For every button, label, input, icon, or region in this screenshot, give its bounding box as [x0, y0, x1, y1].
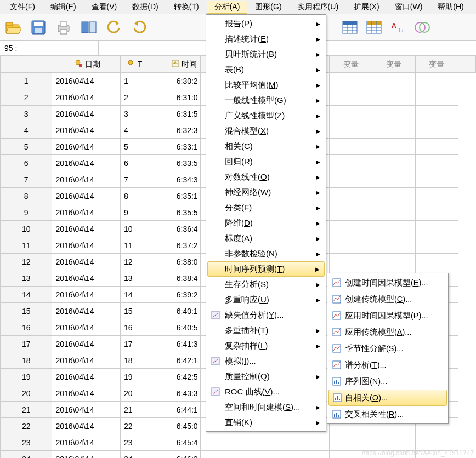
row-header[interactable]: 24: [1, 451, 52, 459]
menu-item[interactable]: 神经网络(W)▶: [207, 185, 325, 200]
cell-date[interactable]: 2016\04\14: [52, 73, 121, 89]
save-icon[interactable]: [30, 19, 47, 36]
submenu-item[interactable]: 季节性分解(S)...: [328, 340, 447, 357]
cell-date[interactable]: 2016\04\14: [52, 434, 121, 451]
menubar-item-h[interactable]: 帮助(H): [430, 1, 471, 14]
undo-icon[interactable]: [105, 19, 123, 36]
menubar-item-f[interactable]: 文件(F): [2, 1, 43, 14]
cell-time[interactable]: 6:44:1: [146, 402, 200, 418]
cell-empty[interactable]: [415, 155, 458, 171]
cell-date[interactable]: 2016\04\14: [52, 122, 121, 139]
cell-empty[interactable]: [329, 204, 372, 221]
menu-item[interactable]: 广义线性模型(Z)▶: [207, 108, 325, 123]
row-header[interactable]: 18: [1, 352, 52, 369]
cell-time[interactable]: 6:30:2: [146, 73, 200, 89]
menu-item[interactable]: 相关(C)▶: [207, 139, 325, 154]
cell-t[interactable]: 16: [120, 319, 146, 336]
menu-item[interactable]: 分类(F)▶: [207, 200, 325, 215]
menu-item[interactable]: 表(B)▶: [207, 62, 325, 77]
row-header[interactable]: 8: [1, 188, 52, 204]
cell-date[interactable]: 2016\04\14: [52, 369, 121, 385]
row-header[interactable]: 1: [1, 73, 52, 89]
cell-empty[interactable]: [415, 237, 458, 254]
cell-date[interactable]: 2016\04\14: [52, 89, 121, 106]
cell-empty[interactable]: [329, 221, 372, 237]
cell-empty[interactable]: [329, 237, 372, 254]
col-header-time[interactable]: ◢时间: [146, 56, 200, 73]
cell-t[interactable]: 20: [120, 385, 146, 402]
cell-empty[interactable]: [372, 155, 415, 171]
menubar-item-v[interactable]: 查看(V): [84, 1, 125, 14]
cell-time[interactable]: 6:43:3: [146, 385, 200, 402]
cell-date[interactable]: 2016\04\14: [52, 188, 121, 204]
cell-empty[interactable]: [329, 434, 372, 451]
print-icon[interactable]: [55, 19, 72, 36]
cell-date[interactable]: 2016\04\14: [52, 139, 121, 155]
cell-time[interactable]: 6:38:0: [146, 254, 200, 270]
menu-item[interactable]: 回归(R)▶: [207, 154, 325, 169]
row-header[interactable]: 12: [1, 254, 52, 270]
cell-time[interactable]: 6:45:4: [146, 434, 200, 451]
cell-date[interactable]: 2016\04\14: [52, 254, 121, 270]
cell-empty[interactable]: [329, 106, 372, 122]
row-header[interactable]: 22: [1, 418, 52, 434]
cell-time[interactable]: 6:40:5: [146, 319, 200, 336]
grid1-icon[interactable]: [341, 19, 359, 36]
cell-empty[interactable]: [200, 451, 243, 459]
cell-time[interactable]: 6:35:5: [146, 204, 200, 221]
cell-time[interactable]: 6:31:0: [146, 89, 200, 106]
open-icon[interactable]: [4, 19, 22, 36]
table-row[interactable]: 232016\04\14236:45:4: [1, 434, 476, 451]
cell-empty[interactable]: [372, 106, 415, 122]
cell-t[interactable]: 24: [120, 451, 146, 459]
cell-empty[interactable]: [372, 89, 415, 106]
cell-date[interactable]: 2016\04\14: [52, 171, 121, 188]
cell-empty[interactable]: [415, 122, 458, 139]
col-header-var4[interactable]: 变量: [329, 56, 372, 73]
cell-time[interactable]: 6:34:3: [146, 171, 200, 188]
menubar-item-x[interactable]: 扩展(X): [346, 1, 387, 14]
menu-item[interactable]: 描述统计(E)▶: [207, 31, 325, 47]
cell-empty[interactable]: [415, 139, 458, 155]
col-header-var6[interactable]: 变量: [415, 56, 458, 73]
cell-time[interactable]: 6:32:3: [146, 122, 200, 139]
menu-item[interactable]: 对数线性(O)▶: [207, 169, 325, 185]
menu-item[interactable]: 混合模型(X)▶: [207, 123, 325, 139]
menubar-item-d[interactable]: 数据(D): [124, 1, 166, 14]
cell-empty[interactable]: [200, 434, 243, 451]
cell-date[interactable]: 2016\04\14: [52, 402, 121, 418]
cell-date[interactable]: 2016\04\14: [52, 336, 121, 352]
cell-time[interactable]: 6:39:2: [146, 287, 200, 303]
menu-item[interactable]: 质量控制(Q)▶: [207, 369, 325, 384]
cell-empty[interactable]: [372, 434, 415, 451]
menu-item[interactable]: 比较平均值(M)▶: [207, 77, 325, 93]
col-header-date[interactable]: 日期: [52, 56, 121, 73]
cell-empty[interactable]: [329, 254, 372, 270]
cell-date[interactable]: 2016\04\14: [52, 221, 121, 237]
cell-t[interactable]: 11: [120, 237, 146, 254]
cell-empty[interactable]: [329, 89, 372, 106]
row-header[interactable]: 10: [1, 221, 52, 237]
menu-item[interactable]: 模拟(I)...: [207, 353, 325, 369]
cell-t[interactable]: 2: [120, 89, 146, 106]
col-header-var7[interactable]: [458, 56, 476, 73]
menu-item[interactable]: 多重响应(U)▶: [207, 292, 325, 307]
submenu-item[interactable]: 创建时间因果模型(E)...: [328, 274, 447, 291]
cell-t[interactable]: 4: [120, 122, 146, 139]
row-header[interactable]: 21: [1, 402, 52, 418]
cell-empty[interactable]: [329, 155, 372, 171]
cell-empty[interactable]: [415, 254, 458, 270]
submenu-item[interactable]: 谱分析(T)...: [328, 357, 447, 373]
row-header[interactable]: 9: [1, 204, 52, 221]
cell-time[interactable]: 6:42:1: [146, 352, 200, 369]
col-header-var5[interactable]: 变量: [372, 56, 415, 73]
row-header[interactable]: 6: [1, 155, 52, 171]
menu-item[interactable]: 标度(A)▶: [207, 231, 325, 246]
cell-time[interactable]: 6:33:5: [146, 155, 200, 171]
cell-time[interactable]: 6:37:2: [146, 237, 200, 254]
cell-empty[interactable]: [329, 171, 372, 188]
cell-t[interactable]: 17: [120, 336, 146, 352]
cell-t[interactable]: 22: [120, 418, 146, 434]
menu-item[interactable]: 生存分析(S)▶: [207, 277, 325, 292]
cell-date[interactable]: 2016\04\14: [52, 451, 121, 459]
